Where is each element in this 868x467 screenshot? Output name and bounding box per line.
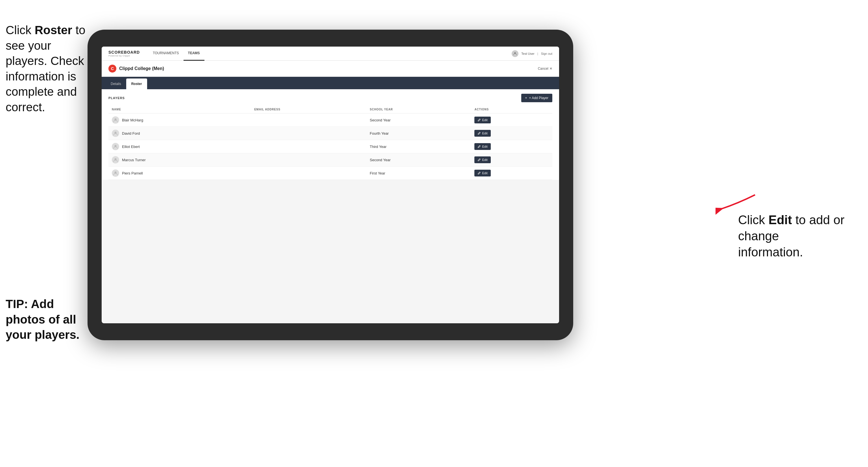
player-avatar <box>112 156 119 163</box>
player-name-cell-4: Piers Parnell <box>108 166 251 180</box>
player-name: Marcus Turner <box>122 158 146 162</box>
nav-items: TOURNAMENTS TEAMS <box>148 46 512 61</box>
header-signout[interactable]: Sign out <box>541 52 552 55</box>
table-row: Elliot Ebert Third Year Edit <box>108 140 552 153</box>
tab-roster[interactable]: Roster <box>126 79 147 89</box>
edit-button-0[interactable]: Edit <box>474 117 491 123</box>
tabs-bar: Details Roster <box>102 77 559 89</box>
player-name: Elliot Ebert <box>122 145 140 149</box>
tab-details[interactable]: Details <box>105 79 126 89</box>
player-year-cell-0: Second Year <box>366 114 471 127</box>
add-player-icon: + <box>525 96 527 100</box>
col-school-year: SCHOOL YEAR <box>366 105 471 114</box>
team-name: Clippd College (Men) <box>119 66 538 71</box>
tablet-screen: SCOREBOARD Powered by Clippd TOURNAMENTS… <box>102 46 559 323</box>
edit-button-1[interactable]: Edit <box>474 130 491 137</box>
player-name-cell-3: Marcus Turner <box>108 153 251 166</box>
player-name-cell-1: David Ford <box>108 127 251 140</box>
player-email-cell-4 <box>251 166 366 180</box>
roster-bold: Roster <box>35 24 72 37</box>
player-year-cell-1: Fourth Year <box>366 127 471 140</box>
player-year-cell-4: First Year <box>366 166 471 180</box>
player-year-cell-3: Second Year <box>366 153 471 166</box>
player-name-cell-0: Blair McHarg <box>108 114 251 127</box>
player-avatar <box>112 143 119 150</box>
logo-area: SCOREBOARD Powered by Clippd <box>108 50 140 57</box>
instruction-tip: TIP: Add photos of all your players. <box>6 297 88 343</box>
logo-sub: Powered by Clippd <box>108 55 140 57</box>
edit-bold: Edit <box>769 213 792 227</box>
logo-text: SCOREBOARD <box>108 50 140 55</box>
edit-icon <box>478 145 480 148</box>
player-name: David Ford <box>122 131 140 135</box>
table-row: David Ford Fourth Year Edit <box>108 127 552 140</box>
edit-icon <box>478 158 480 161</box>
col-email: EMAIL ADDRESS <box>251 105 366 114</box>
team-logo: C <box>108 65 116 72</box>
instruction-top: Click Roster to see your players. Check … <box>6 23 88 115</box>
player-actions-cell-1: Edit <box>471 127 552 140</box>
player-name-cell-2: Elliot Ebert <box>108 140 251 153</box>
tablet-frame: SCOREBOARD Powered by Clippd TOURNAMENTS… <box>88 30 573 340</box>
player-avatar <box>112 169 119 177</box>
players-title: PLAYERS <box>108 96 125 100</box>
table-row: Blair McHarg Second Year Edit <box>108 114 552 127</box>
players-section: PLAYERS + + Add Player NAME EMAIL ADDRES… <box>102 89 559 180</box>
edit-icon <box>478 132 480 135</box>
player-actions-cell-3: Edit <box>471 153 552 166</box>
edit-button-4[interactable]: Edit <box>474 170 491 177</box>
cancel-button[interactable]: Cancel ✕ <box>538 67 552 70</box>
player-email-cell-1 <box>251 127 366 140</box>
player-name: Piers Parnell <box>122 171 143 175</box>
edit-button-3[interactable]: Edit <box>474 156 491 163</box>
edit-button-2[interactable]: Edit <box>474 143 491 150</box>
app-header: SCOREBOARD Powered by Clippd TOURNAMENTS… <box>102 46 559 61</box>
player-email-cell-0 <box>251 114 366 127</box>
add-player-button[interactable]: + + Add Player <box>521 94 552 102</box>
col-actions: ACTIONS <box>471 105 552 114</box>
player-actions-cell-2: Edit <box>471 140 552 153</box>
col-name: NAME <box>108 105 251 114</box>
player-email-cell-3 <box>251 153 366 166</box>
nav-tournaments[interactable]: TOURNAMENTS <box>148 46 183 61</box>
team-title-bar: C Clippd College (Men) Cancel ✕ <box>102 61 559 77</box>
edit-icon <box>478 119 480 121</box>
player-name: Blair McHarg <box>122 118 143 122</box>
edit-arrow <box>715 192 761 215</box>
user-icon <box>512 50 519 57</box>
nav-teams[interactable]: TEAMS <box>184 46 205 61</box>
player-year-cell-2: Third Year <box>366 140 471 153</box>
player-avatar <box>112 130 119 137</box>
table-row: Marcus Turner Second Year Edit <box>108 153 552 166</box>
player-avatar <box>112 116 119 124</box>
players-header: PLAYERS + + Add Player <box>108 94 552 102</box>
header-user: Test User <box>521 52 534 55</box>
table-row: Piers Parnell First Year Edit <box>108 166 552 180</box>
roster-table: NAME EMAIL ADDRESS SCHOOL YEAR ACTIONS B… <box>108 105 552 180</box>
instruction-right: Click Edit to add or change information. <box>738 212 845 260</box>
player-actions-cell-0: Edit <box>471 114 552 127</box>
player-email-cell-2 <box>251 140 366 153</box>
edit-icon <box>478 172 480 175</box>
player-actions-cell-4: Edit <box>471 166 552 180</box>
header-right: Test User | Sign out <box>512 50 552 57</box>
